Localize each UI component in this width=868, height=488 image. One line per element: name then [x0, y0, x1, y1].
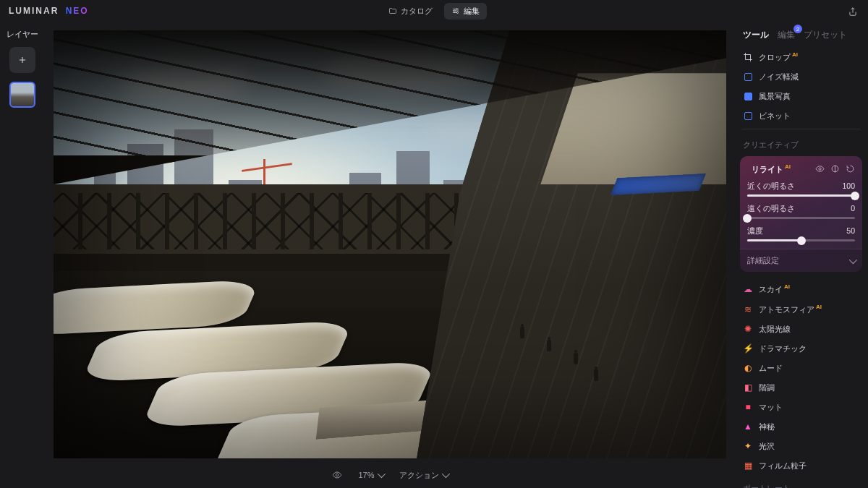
chevron-down-icon: [377, 470, 385, 478]
nav-edit[interactable]: 編集: [444, 3, 487, 20]
zoom-dropdown[interactable]: 17%: [358, 471, 383, 479]
tool-label: アトモスフィアAI: [759, 304, 822, 315]
action-label: アクション: [399, 470, 439, 481]
tool-icon: ✦: [743, 441, 753, 451]
tool-label: 階調: [759, 382, 775, 393]
right-panel: ツール 編集 2 プリセット クロップAIノイズ軽減風景写真ビネット クリエイテ…: [734, 25, 868, 488]
square-fill-icon: [743, 91, 753, 101]
left-sidebar: レイヤー: [0, 25, 45, 488]
tool-icon: ■: [743, 402, 753, 412]
status-bar: 17% アクション: [54, 465, 726, 485]
tool-label: マット: [759, 402, 783, 413]
zoom-value: 17%: [358, 471, 374, 479]
eye-icon[interactable]: [815, 164, 825, 174]
action-dropdown[interactable]: アクション: [399, 470, 448, 481]
section-portrait: ポートレート: [734, 476, 868, 488]
slider-value: 0: [851, 204, 855, 214]
tool-icon: ◧: [743, 382, 753, 393]
nav-edit-label: 編集: [464, 6, 480, 17]
tool-relight-panel: リライトAI 近くの明るさ100遠くの明るさ0濃度50 詳細設定: [740, 156, 862, 273]
tool-label: ムード: [759, 363, 783, 374]
slider-label: 濃度: [747, 226, 763, 236]
relight-advanced[interactable]: 詳細設定: [740, 249, 862, 272]
tool-クロップ[interactable]: クロップAI: [734, 47, 868, 67]
slider-knob[interactable]: [743, 214, 752, 223]
tool-太陽光線[interactable]: ✺太陽光線: [734, 320, 868, 339]
tool-ノイズ軽減[interactable]: ノイズ軽減: [734, 67, 868, 87]
tool-スカイ[interactable]: ☁スカイAI: [734, 279, 868, 299]
chevron-down-icon: [849, 256, 857, 264]
tool-relight-label: リライトAI: [752, 163, 811, 175]
tool-icon: ◐: [743, 363, 753, 373]
tool-icon: ☁: [743, 284, 753, 294]
svg-point-3: [336, 474, 339, 476]
tool-マット[interactable]: ■マット: [734, 398, 868, 417]
layer-thumbnail[interactable]: [9, 82, 35, 108]
tool-label: クロップAI: [759, 51, 798, 63]
top-bar: LUMINAR NEO カタログ 編集: [0, 0, 868, 22]
canvas[interactable]: [54, 30, 726, 458]
reset-icon[interactable]: [846, 164, 855, 174]
tool-ムード[interactable]: ◐ムード: [734, 359, 868, 378]
tool-label: 光沢: [759, 441, 775, 452]
app-logo: LUMINAR NEO: [9, 6, 89, 16]
square-icon: [743, 72, 753, 82]
svg-point-2: [457, 12, 459, 14]
slider-value: 50: [846, 226, 855, 236]
tool-階調[interactable]: ◧階調: [734, 378, 868, 398]
tool-ビネット[interactable]: ビネット: [734, 106, 868, 126]
chevron-down-icon: [441, 470, 449, 478]
nav-catalog-label: カタログ: [401, 6, 433, 17]
add-layer-button[interactable]: [9, 47, 35, 73]
edits-badge: 2: [793, 25, 802, 33]
tool-label: スカイAI: [759, 283, 790, 295]
tool-icon: ▦: [743, 461, 753, 471]
tool-label: ノイズ軽減: [759, 72, 799, 82]
share-icon[interactable]: [848, 7, 858, 17]
tool-icon: ≋: [743, 304, 753, 314]
tool-label: 風景写真: [759, 91, 791, 102]
slider-遠くの明るさ[interactable]: 遠くの明るさ0: [747, 204, 855, 219]
tool-神秘[interactable]: ▲神秘: [734, 417, 868, 437]
tool-アトモスフィア[interactable]: ≋アトモスフィアAI: [734, 299, 868, 320]
tool-光沢[interactable]: ✦光沢: [734, 437, 868, 456]
slider-濃度[interactable]: 濃度50: [747, 226, 855, 241]
panel-tabs: ツール 編集 2 プリセット: [734, 25, 868, 47]
tool-風景写真[interactable]: 風景写真: [734, 87, 868, 106]
layers-title: レイヤー: [7, 29, 38, 40]
slider-knob[interactable]: [797, 236, 806, 245]
tool-label: 太陽光線: [759, 324, 791, 335]
slider-近くの明るさ[interactable]: 近くの明るさ100: [747, 181, 855, 197]
tool-icon: ⚡: [743, 343, 753, 354]
tab-edits[interactable]: 編集 2: [778, 29, 795, 41]
tab-tools[interactable]: ツール: [743, 29, 769, 41]
mask-icon[interactable]: [830, 164, 840, 174]
nav-catalog[interactable]: カタログ: [381, 3, 440, 20]
tool-フィルム粒子[interactable]: ▦フィルム粒子: [734, 456, 868, 476]
slider-label: 遠くの明るさ: [747, 204, 795, 214]
svg-point-5: [819, 168, 821, 170]
folder-icon: [388, 7, 397, 15]
plus-icon: [17, 55, 27, 65]
tool-label: ビネット: [759, 111, 791, 121]
tool-icon: ▲: [743, 421, 753, 432]
tab-presets[interactable]: プリセット: [804, 29, 847, 41]
tool-label: フィルム粒子: [759, 461, 807, 471]
slider-knob[interactable]: [851, 192, 859, 200]
svg-point-0: [456, 9, 458, 10]
crop-icon: [743, 52, 753, 62]
eye-icon[interactable]: [332, 470, 342, 480]
slider-label: 近くの明るさ: [747, 181, 795, 192]
section-creative: クリエイティブ: [734, 132, 868, 153]
tool-label: ドラマチック: [759, 343, 807, 354]
slider-value: 100: [842, 181, 855, 192]
tool-ドラマチック[interactable]: ⚡ドラマチック: [734, 339, 868, 359]
tool-icon: ✺: [743, 324, 753, 334]
square-icon: [743, 111, 753, 121]
svg-point-1: [454, 10, 456, 12]
sliders-icon: [451, 7, 460, 15]
tool-label: 神秘: [759, 421, 775, 432]
